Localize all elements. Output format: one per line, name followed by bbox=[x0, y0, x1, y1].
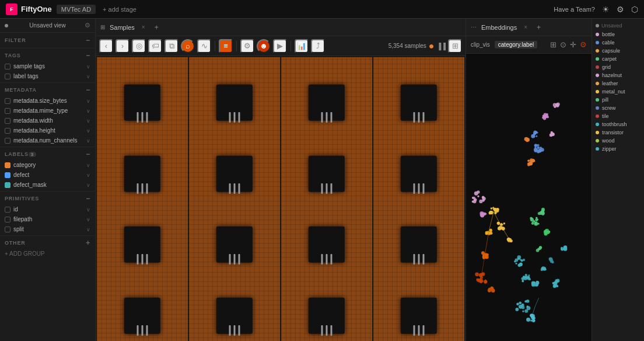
toolbar-sep-2 bbox=[236, 41, 237, 51]
svg-point-184 bbox=[516, 263, 517, 265]
legend-item-tile[interactable]: tile bbox=[592, 112, 644, 120]
copy-button[interactable]: ⧉ bbox=[164, 39, 178, 53]
embeddings-add-panel-button[interactable]: + bbox=[537, 23, 541, 32]
sidebar-item-split[interactable]: split ∨ bbox=[0, 224, 95, 234]
person-button[interactable]: ☻ bbox=[257, 39, 271, 53]
toolbar-sep-3 bbox=[290, 41, 291, 51]
embed-grid-icon[interactable]: ⊞ bbox=[550, 40, 556, 49]
settings-icon[interactable]: ⚙ bbox=[617, 5, 624, 14]
metadata-size-checkbox[interactable] bbox=[5, 98, 10, 104]
next-page-button[interactable]: › bbox=[116, 39, 130, 53]
category-checkbox[interactable] bbox=[5, 162, 10, 168]
svg-point-119 bbox=[475, 272, 479, 276]
svg-point-104 bbox=[489, 229, 492, 232]
metadata-mime-checkbox[interactable] bbox=[5, 108, 10, 114]
sidebar-item-metadata-mime[interactable]: metadata.mime_type ∨ bbox=[0, 106, 95, 116]
samples-add-panel-button[interactable]: + bbox=[155, 23, 159, 32]
defect-mask-checkbox[interactable] bbox=[5, 182, 10, 188]
sample-cell-14[interactable]: transistor good bbox=[281, 270, 372, 342]
sidebar-item-metadata-height[interactable]: metadata.height ∨ bbox=[0, 126, 95, 135]
legend-item-wood[interactable]: wood bbox=[592, 137, 644, 145]
filter-minus-icon[interactable]: − bbox=[86, 36, 90, 44]
other-plus-icon[interactable]: + bbox=[86, 239, 90, 247]
legend-item-capsule[interactable]: capsule bbox=[592, 47, 644, 55]
embed-settings-icon[interactable]: ⚙ bbox=[580, 40, 587, 49]
metadata-height-checkbox[interactable] bbox=[5, 128, 10, 134]
legend-item-carpet[interactable]: carpet bbox=[592, 55, 644, 63]
legend-item-zipper[interactable]: zipper bbox=[592, 145, 644, 153]
play-button[interactable]: ▶ bbox=[273, 39, 287, 53]
metadata-label: METADATA bbox=[5, 87, 37, 93]
github-icon[interactable]: ⬡ bbox=[631, 5, 638, 14]
legend-item-leather[interactable]: leather bbox=[592, 79, 644, 88]
split-label: split bbox=[13, 226, 83, 232]
add-group-button[interactable]: + ADD GROUP bbox=[0, 249, 95, 259]
legend-item-transistor[interactable]: transistor bbox=[592, 128, 644, 137]
prev-page-button[interactable]: ‹ bbox=[99, 39, 113, 53]
legend-item-hazelnut[interactable]: hazelnut bbox=[592, 71, 644, 79]
sidebar-item-sample-tags[interactable]: sample tags ∨ bbox=[0, 61, 95, 71]
legend-item-pill[interactable]: pill bbox=[592, 96, 644, 104]
defect-checkbox[interactable] bbox=[5, 172, 10, 178]
svg-point-36 bbox=[536, 149, 538, 151]
search-button[interactable]: ⌕ bbox=[181, 39, 195, 53]
filepath-checkbox[interactable] bbox=[5, 217, 10, 222]
svg-point-128 bbox=[484, 280, 487, 283]
embeddings-tab-close[interactable]: × bbox=[524, 24, 527, 30]
svg-point-166 bbox=[544, 232, 547, 235]
chart-button[interactable]: 📊 bbox=[295, 39, 309, 53]
view-settings-icon[interactable]: ⚙ bbox=[85, 22, 90, 29]
sidebar-item-category[interactable]: category ∨ bbox=[0, 160, 95, 170]
share-button[interactable]: ⤴ bbox=[311, 39, 325, 53]
svg-point-162 bbox=[548, 231, 551, 233]
metadata-channels-checkbox[interactable] bbox=[5, 138, 10, 144]
primitives-minus-icon[interactable]: − bbox=[86, 194, 90, 203]
legend-item-cable[interactable]: cable bbox=[592, 39, 644, 47]
embed-lasso-icon[interactable]: ⊙ bbox=[560, 40, 566, 49]
legend-dot-screw bbox=[596, 106, 599, 110]
primitives-label: PRIMITIVES bbox=[5, 196, 39, 201]
sun-icon[interactable]: ☀ bbox=[602, 5, 610, 14]
sidebar-item-metadata-channels[interactable]: metadata.num_channels ∨ bbox=[0, 135, 95, 145]
labels-minus-icon[interactable]: − bbox=[86, 150, 90, 158]
sidebar-item-label-tags[interactable]: label tags ∨ bbox=[0, 71, 95, 81]
sidebar-item-metadata-width[interactable]: metadata.width ∨ bbox=[0, 116, 95, 126]
sample-tags-arrow: ∨ bbox=[86, 64, 90, 69]
split-checkbox[interactable] bbox=[5, 227, 10, 232]
tags-minus-icon[interactable]: − bbox=[86, 51, 90, 60]
add-stage-button[interactable]: + add stage bbox=[103, 6, 136, 13]
dataset-name[interactable]: MVTec AD bbox=[57, 5, 96, 14]
have-a-team-link[interactable]: Have a Team? bbox=[554, 6, 595, 13]
sidebar-item-metadata-size[interactable]: metadata.size_bytes ∨ bbox=[0, 96, 95, 106]
samples-tab-close[interactable]: × bbox=[142, 24, 145, 30]
similarity-button[interactable]: ◎ bbox=[132, 39, 146, 53]
legend-item-bottle[interactable]: bottle bbox=[592, 30, 644, 39]
legend-name-bottle: bottle bbox=[602, 32, 615, 37]
sample-cell-12[interactable]: transistor good bbox=[97, 270, 188, 342]
lasso-button[interactable]: ∿ bbox=[197, 39, 211, 53]
embed-canvas[interactable]: + bbox=[466, 54, 592, 341]
id-checkbox[interactable] bbox=[5, 207, 10, 213]
legend-item-metal-nut[interactable]: metal_nut bbox=[592, 88, 644, 96]
embed-color-label[interactable]: category.label bbox=[495, 41, 538, 48]
legend-item-screw[interactable]: screw bbox=[592, 104, 644, 112]
sample-tags-checkbox[interactable] bbox=[5, 64, 10, 69]
legend-dot-carpet bbox=[596, 57, 599, 61]
grid-view-button[interactable]: ⊞ bbox=[448, 39, 462, 53]
metadata-size-label: metadata.size_bytes bbox=[13, 98, 83, 104]
legend-item-grid[interactable]: grid bbox=[592, 63, 644, 71]
sidebar-item-id[interactable]: id ∨ bbox=[0, 204, 95, 214]
metadata-width-checkbox[interactable] bbox=[5, 118, 10, 124]
metadata-minus-icon[interactable]: − bbox=[86, 86, 90, 94]
sidebar-item-defect-mask[interactable]: defect_mask ∨ bbox=[0, 180, 95, 190]
label-tags-checkbox[interactable] bbox=[5, 74, 10, 79]
sample-cell-13[interactable]: transistor good bbox=[189, 270, 280, 342]
legend-item-toothbrush[interactable]: toothbrush bbox=[592, 120, 644, 128]
sidebar-item-defect[interactable]: defect ∨ bbox=[0, 170, 95, 180]
sample-cell-15[interactable]: transistor good bbox=[373, 270, 464, 342]
sidebar-item-filepath[interactable]: filepath ∨ bbox=[0, 214, 95, 224]
tag-button[interactable]: 🏷 bbox=[148, 39, 162, 53]
settings-btn[interactable]: ⚙ bbox=[240, 39, 254, 53]
embed-move-icon[interactable]: ✛ bbox=[570, 40, 576, 49]
filter-button[interactable]: ≡ bbox=[219, 39, 233, 53]
